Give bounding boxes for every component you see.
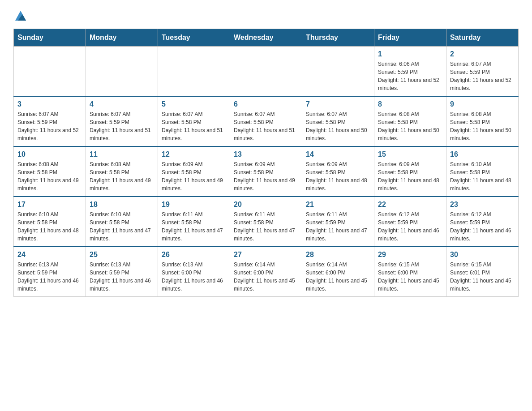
day-number: 7 bbox=[306, 100, 370, 108]
day-number: 5 bbox=[162, 100, 226, 108]
day-number: 25 bbox=[90, 251, 154, 259]
calendar-cell: 27Sunrise: 6:14 AM Sunset: 6:00 PM Dayli… bbox=[230, 247, 302, 297]
calendar-cell: 10Sunrise: 6:08 AM Sunset: 5:58 PM Dayli… bbox=[14, 146, 86, 197]
calendar-cell: 9Sunrise: 6:08 AM Sunset: 5:58 PM Daylig… bbox=[446, 96, 519, 146]
calendar-table: SundayMondayTuesdayWednesdayThursdayFrid… bbox=[13, 29, 519, 297]
calendar-cell: 13Sunrise: 6:09 AM Sunset: 5:58 PM Dayli… bbox=[230, 146, 302, 197]
day-number: 29 bbox=[378, 251, 442, 259]
logo bbox=[13, 9, 27, 20]
calendar-cell: 30Sunrise: 6:15 AM Sunset: 6:01 PM Dayli… bbox=[446, 247, 519, 297]
day-number: 24 bbox=[17, 251, 82, 259]
day-header-wednesday: Wednesday bbox=[230, 29, 302, 47]
day-number: 13 bbox=[234, 150, 298, 158]
day-number: 21 bbox=[306, 201, 370, 209]
calendar-week-row: 10Sunrise: 6:08 AM Sunset: 5:58 PM Dayli… bbox=[14, 146, 519, 197]
day-info: Sunrise: 6:07 AM Sunset: 5:58 PM Dayligh… bbox=[306, 110, 370, 142]
calendar-cell: 17Sunrise: 6:10 AM Sunset: 5:58 PM Dayli… bbox=[14, 197, 86, 247]
day-info: Sunrise: 6:11 AM Sunset: 5:58 PM Dayligh… bbox=[234, 210, 298, 243]
calendar-cell: 24Sunrise: 6:13 AM Sunset: 5:59 PM Dayli… bbox=[14, 247, 86, 297]
day-number: 3 bbox=[17, 100, 82, 108]
calendar-cell: 1Sunrise: 6:06 AM Sunset: 5:59 PM Daylig… bbox=[374, 47, 446, 97]
day-info: Sunrise: 6:08 AM Sunset: 5:58 PM Dayligh… bbox=[450, 110, 515, 142]
day-number: 17 bbox=[17, 201, 82, 209]
day-info: Sunrise: 6:06 AM Sunset: 5:59 PM Dayligh… bbox=[378, 60, 442, 92]
calendar-cell bbox=[158, 47, 230, 97]
calendar-week-row: 24Sunrise: 6:13 AM Sunset: 5:59 PM Dayli… bbox=[14, 247, 519, 297]
calendar-cell: 28Sunrise: 6:14 AM Sunset: 6:00 PM Dayli… bbox=[302, 247, 374, 297]
calendar-cell: 8Sunrise: 6:08 AM Sunset: 5:58 PM Daylig… bbox=[374, 96, 446, 146]
calendar-cell: 3Sunrise: 6:07 AM Sunset: 5:59 PM Daylig… bbox=[14, 96, 86, 146]
calendar-cell: 14Sunrise: 6:09 AM Sunset: 5:58 PM Dayli… bbox=[302, 146, 374, 197]
calendar-cell: 15Sunrise: 6:09 AM Sunset: 5:58 PM Dayli… bbox=[374, 146, 446, 197]
day-info: Sunrise: 6:13 AM Sunset: 5:59 PM Dayligh… bbox=[90, 261, 154, 293]
day-info: Sunrise: 6:09 AM Sunset: 5:58 PM Dayligh… bbox=[162, 160, 226, 193]
day-number: 26 bbox=[162, 251, 226, 259]
day-info: Sunrise: 6:15 AM Sunset: 6:01 PM Dayligh… bbox=[450, 261, 515, 293]
calendar-cell: 4Sunrise: 6:07 AM Sunset: 5:59 PM Daylig… bbox=[86, 96, 158, 146]
calendar-cell bbox=[302, 47, 374, 97]
calendar-week-row: 17Sunrise: 6:10 AM Sunset: 5:58 PM Dayli… bbox=[14, 197, 519, 247]
day-number: 8 bbox=[378, 100, 442, 108]
calendar-cell: 23Sunrise: 6:12 AM Sunset: 5:59 PM Dayli… bbox=[446, 197, 519, 247]
calendar-header-row: SundayMondayTuesdayWednesdayThursdayFrid… bbox=[14, 29, 519, 47]
day-number: 10 bbox=[17, 150, 82, 158]
page-header bbox=[13, 9, 519, 20]
day-info: Sunrise: 6:12 AM Sunset: 5:59 PM Dayligh… bbox=[378, 210, 442, 243]
calendar-cell bbox=[14, 47, 86, 97]
calendar-cell: 11Sunrise: 6:08 AM Sunset: 5:58 PM Dayli… bbox=[86, 146, 158, 197]
day-header-tuesday: Tuesday bbox=[158, 29, 230, 47]
calendar-cell: 12Sunrise: 6:09 AM Sunset: 5:58 PM Dayli… bbox=[158, 146, 230, 197]
calendar-cell: 20Sunrise: 6:11 AM Sunset: 5:58 PM Dayli… bbox=[230, 197, 302, 247]
day-info: Sunrise: 6:11 AM Sunset: 5:59 PM Dayligh… bbox=[306, 210, 370, 243]
day-info: Sunrise: 6:12 AM Sunset: 5:59 PM Dayligh… bbox=[450, 210, 515, 243]
day-number: 19 bbox=[162, 201, 226, 209]
day-number: 4 bbox=[90, 100, 154, 108]
day-info: Sunrise: 6:15 AM Sunset: 6:00 PM Dayligh… bbox=[378, 261, 442, 293]
logo-icon bbox=[14, 9, 27, 21]
day-info: Sunrise: 6:14 AM Sunset: 6:00 PM Dayligh… bbox=[234, 261, 298, 293]
day-number: 27 bbox=[234, 251, 298, 259]
day-number: 12 bbox=[162, 150, 226, 158]
day-number: 15 bbox=[378, 150, 442, 158]
calendar-cell: 19Sunrise: 6:11 AM Sunset: 5:58 PM Dayli… bbox=[158, 197, 230, 247]
day-header-thursday: Thursday bbox=[302, 29, 374, 47]
day-number: 18 bbox=[90, 201, 154, 209]
day-info: Sunrise: 6:08 AM Sunset: 5:58 PM Dayligh… bbox=[90, 160, 154, 193]
day-number: 16 bbox=[450, 150, 515, 158]
day-info: Sunrise: 6:09 AM Sunset: 5:58 PM Dayligh… bbox=[234, 160, 298, 193]
calendar-cell: 6Sunrise: 6:07 AM Sunset: 5:58 PM Daylig… bbox=[230, 96, 302, 146]
day-info: Sunrise: 6:14 AM Sunset: 6:00 PM Dayligh… bbox=[306, 261, 370, 293]
calendar-cell: 22Sunrise: 6:12 AM Sunset: 5:59 PM Dayli… bbox=[374, 197, 446, 247]
day-header-sunday: Sunday bbox=[14, 29, 86, 47]
calendar-cell: 25Sunrise: 6:13 AM Sunset: 5:59 PM Dayli… bbox=[86, 247, 158, 297]
day-number: 2 bbox=[450, 50, 515, 58]
calendar-cell: 2Sunrise: 6:07 AM Sunset: 5:59 PM Daylig… bbox=[446, 47, 519, 97]
day-number: 14 bbox=[306, 150, 370, 158]
calendar-cell: 21Sunrise: 6:11 AM Sunset: 5:59 PM Dayli… bbox=[302, 197, 374, 247]
day-header-friday: Friday bbox=[374, 29, 446, 47]
day-info: Sunrise: 6:13 AM Sunset: 5:59 PM Dayligh… bbox=[17, 261, 82, 293]
day-info: Sunrise: 6:10 AM Sunset: 5:58 PM Dayligh… bbox=[90, 210, 154, 243]
day-header-saturday: Saturday bbox=[446, 29, 519, 47]
day-info: Sunrise: 6:07 AM Sunset: 5:58 PM Dayligh… bbox=[162, 110, 226, 142]
day-info: Sunrise: 6:07 AM Sunset: 5:59 PM Dayligh… bbox=[17, 110, 82, 142]
day-number: 30 bbox=[450, 251, 515, 259]
day-number: 22 bbox=[378, 201, 442, 209]
calendar-cell bbox=[230, 47, 302, 97]
day-number: 20 bbox=[234, 201, 298, 209]
calendar-week-row: 1Sunrise: 6:06 AM Sunset: 5:59 PM Daylig… bbox=[14, 47, 519, 97]
day-info: Sunrise: 6:09 AM Sunset: 5:58 PM Dayligh… bbox=[306, 160, 370, 193]
day-info: Sunrise: 6:10 AM Sunset: 5:58 PM Dayligh… bbox=[450, 160, 515, 193]
calendar-cell: 29Sunrise: 6:15 AM Sunset: 6:00 PM Dayli… bbox=[374, 247, 446, 297]
day-info: Sunrise: 6:09 AM Sunset: 5:58 PM Dayligh… bbox=[378, 160, 442, 193]
day-info: Sunrise: 6:08 AM Sunset: 5:58 PM Dayligh… bbox=[17, 160, 82, 193]
day-info: Sunrise: 6:07 AM Sunset: 5:58 PM Dayligh… bbox=[234, 110, 298, 142]
day-number: 1 bbox=[378, 50, 442, 58]
day-info: Sunrise: 6:13 AM Sunset: 6:00 PM Dayligh… bbox=[162, 261, 226, 293]
day-info: Sunrise: 6:10 AM Sunset: 5:58 PM Dayligh… bbox=[17, 210, 82, 243]
day-info: Sunrise: 6:07 AM Sunset: 5:59 PM Dayligh… bbox=[450, 60, 515, 92]
day-info: Sunrise: 6:11 AM Sunset: 5:58 PM Dayligh… bbox=[162, 210, 226, 243]
day-info: Sunrise: 6:08 AM Sunset: 5:58 PM Dayligh… bbox=[378, 110, 442, 142]
calendar-cell: 16Sunrise: 6:10 AM Sunset: 5:58 PM Dayli… bbox=[446, 146, 519, 197]
day-info: Sunrise: 6:07 AM Sunset: 5:59 PM Dayligh… bbox=[90, 110, 154, 142]
